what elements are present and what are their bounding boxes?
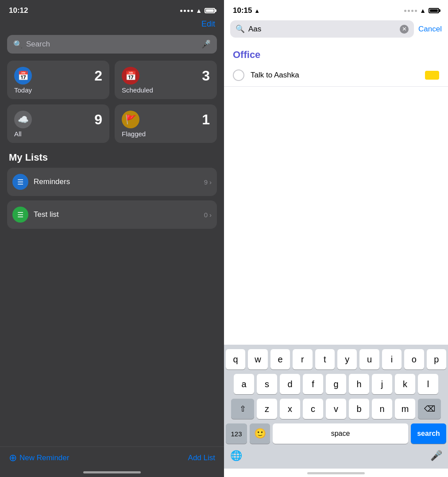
key-x[interactable]: x — [280, 399, 300, 419]
add-list-button[interactable]: Add List — [188, 454, 215, 462]
today-icon: 📅 — [14, 67, 32, 85]
left-time: 10:12 — [9, 6, 28, 15]
key-h[interactable]: h — [349, 374, 369, 394]
right-time: 10:15 ▲ — [233, 6, 260, 15]
edit-button[interactable]: Edit — [0, 18, 224, 33]
list-item-reminders[interactable]: ☰ Reminders 9 › — [7, 168, 217, 196]
scheduled-label: Scheduled — [122, 86, 210, 94]
right-search-input[interactable] — [248, 25, 396, 34]
right-wifi-icon: ▲ — [420, 7, 426, 14]
num-key[interactable]: 123 — [226, 423, 247, 444]
keyboard-row-2: a s d f g h j k l — [226, 374, 446, 394]
key-i[interactable]: i — [382, 349, 402, 369]
cancel-button[interactable]: Cancel — [418, 25, 442, 34]
keyboard-bottom-row: 123 🙂 space search — [226, 423, 446, 444]
testlist-icon: ☰ — [12, 207, 28, 223]
search-icon: 🔍 — [13, 40, 23, 49]
reminders-icon: ☰ — [12, 174, 28, 190]
plus-icon: ⊕ — [9, 452, 17, 464]
search-key[interactable]: search — [411, 423, 446, 444]
key-j[interactable]: j — [372, 374, 392, 394]
key-q[interactable]: q — [226, 349, 245, 369]
left-status-bar: 10:12 ▲ — [0, 0, 224, 18]
key-k[interactable]: k — [395, 374, 415, 394]
results-area: Office Talk to Aashka — [224, 42, 448, 345]
key-y[interactable]: y — [337, 349, 357, 369]
keyboard-row-3: ⇧ z x c v b n m ⌫ — [226, 399, 446, 419]
reminders-name: Reminders — [34, 177, 199, 186]
flagged-label: Flagged — [122, 130, 210, 138]
key-g[interactable]: g — [326, 374, 346, 394]
scheduled-count: 3 — [202, 68, 210, 84]
right-search-bar[interactable]: 🔍 ✕ — [230, 20, 414, 38]
all-label: All — [14, 130, 102, 138]
key-v[interactable]: v — [326, 399, 346, 419]
key-c[interactable]: c — [303, 399, 323, 419]
card-scheduled[interactable]: 📅 3 Scheduled — [115, 61, 217, 99]
right-status-icons: ▲ — [404, 7, 439, 14]
key-u[interactable]: u — [359, 349, 379, 369]
mic-key[interactable]: 🎤 — [426, 446, 446, 466]
card-today[interactable]: 📅 2 Today — [7, 61, 109, 99]
key-l[interactable]: l — [418, 374, 438, 394]
card-all[interactable]: ☁️ 9 All — [7, 104, 109, 143]
key-w[interactable]: w — [248, 349, 267, 369]
key-e[interactable]: e — [270, 349, 290, 369]
testlist-count-chevron: 0 › — [204, 211, 212, 219]
list-item-testlist[interactable]: ☰ Test list 0 › — [7, 200, 217, 229]
key-t[interactable]: t — [315, 349, 335, 369]
flag-indicator — [425, 71, 439, 80]
shift-key[interactable]: ⇧ — [231, 399, 254, 419]
left-search-input[interactable] — [26, 40, 197, 49]
delete-key[interactable]: ⌫ — [418, 399, 441, 419]
mic-icon[interactable]: 🎤 — [201, 39, 211, 49]
right-battery-icon — [429, 8, 439, 13]
section-header: Office — [224, 46, 448, 64]
card-flagged[interactable]: 🚩 1 Flagged — [115, 104, 217, 143]
all-icon: ☁️ — [14, 111, 32, 128]
key-p[interactable]: p — [427, 349, 446, 369]
globe-key[interactable]: 🌐 — [226, 446, 246, 466]
key-o[interactable]: o — [404, 349, 424, 369]
left-search-bar[interactable]: 🔍 🎤 — [7, 35, 217, 54]
key-s[interactable]: s — [257, 374, 277, 394]
key-d[interactable]: d — [280, 374, 300, 394]
right-status-bar: 10:15 ▲ ▲ — [224, 0, 448, 18]
key-a[interactable]: a — [234, 374, 254, 394]
keyboard-row-1: q w e r t y u i o p — [226, 349, 446, 369]
signal-dots — [180, 10, 193, 12]
right-signal-dots — [404, 10, 417, 12]
key-n[interactable]: n — [372, 399, 392, 419]
wifi-icon: ▲ — [196, 7, 202, 14]
emoji-key[interactable]: 🙂 — [250, 423, 270, 444]
today-count: 2 — [94, 68, 102, 84]
right-search-row: 🔍 ✕ Cancel — [224, 18, 448, 42]
location-icon: ▲ — [254, 8, 260, 14]
key-r[interactable]: r — [293, 349, 312, 369]
left-panel: 10:12 ▲ Edit 🔍 🎤 📅 2 Today — [0, 0, 224, 477]
my-lists-title: My Lists — [0, 148, 224, 168]
flagged-icon: 🚩 — [122, 111, 139, 128]
home-indicator-right — [307, 472, 365, 474]
result-checkbox[interactable] — [233, 69, 244, 81]
key-m[interactable]: m — [395, 399, 415, 419]
home-indicator-left — [83, 471, 141, 473]
scheduled-icon: 📅 — [122, 67, 139, 85]
flagged-count: 1 — [202, 112, 210, 128]
today-label: Today — [14, 86, 102, 94]
battery-icon — [205, 8, 215, 13]
key-z[interactable]: z — [257, 399, 277, 419]
keyboard-globe-row: 🌐 🎤 — [226, 446, 446, 466]
reminders-count-chevron: 9 › — [204, 178, 212, 186]
space-key[interactable]: space — [273, 423, 408, 444]
left-status-icons: ▲ — [180, 7, 215, 14]
cards-grid: 📅 2 Today 📅 3 Scheduled ☁️ 9 All 🚩 1 F — [0, 61, 224, 143]
result-text: Talk to Aashka — [251, 71, 419, 80]
key-f[interactable]: f — [303, 374, 323, 394]
result-item-talk-aashka[interactable]: Talk to Aashka — [224, 64, 448, 87]
key-b[interactable]: b — [349, 399, 369, 419]
keyboard: q w e r t y u i o p a s d f g h j k l ⇧ … — [224, 345, 448, 469]
new-reminder-button[interactable]: ⊕ New Reminder — [9, 452, 69, 464]
clear-button[interactable]: ✕ — [400, 25, 409, 34]
right-search-icon: 🔍 — [236, 24, 245, 34]
